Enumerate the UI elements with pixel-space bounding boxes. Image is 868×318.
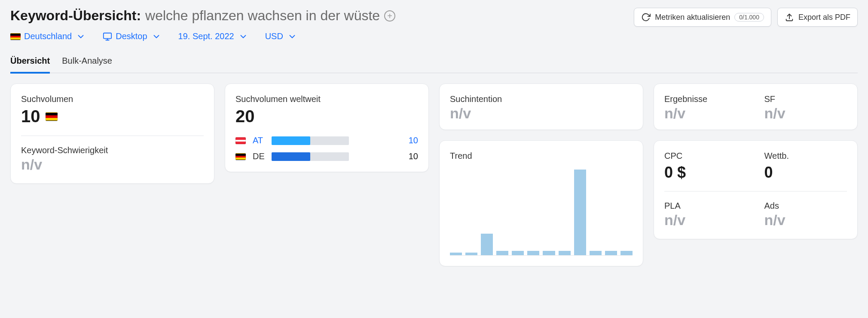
export-pdf-label: Export als PDF (798, 13, 850, 22)
card-trend: Trend (439, 140, 643, 266)
competition-value: 0 (764, 164, 773, 182)
global-volume-title: Suchvolumen weltweit (235, 94, 418, 104)
trend-chart (450, 170, 633, 256)
upload-icon (785, 12, 794, 22)
device-filter-label: Desktop (116, 31, 147, 41)
export-pdf-button[interactable]: Export als PDF (777, 8, 858, 27)
trend-bar-1 (465, 253, 477, 255)
keyword-difficulty-title: Keyword-Schwierigkeit (21, 145, 204, 155)
card-global-volume: Suchvolumen weltweit 20 AT10DE10 (225, 83, 429, 172)
country-filter-label: Deutschland (24, 31, 72, 41)
trend-bar-5 (527, 251, 539, 255)
currency-filter[interactable]: USD (265, 31, 297, 41)
trend-title: Trend (450, 151, 633, 161)
trend-bar-8 (574, 170, 586, 255)
search-volume-title: Suchvolumen (21, 94, 204, 104)
germany-flag-icon (10, 33, 21, 40)
trend-bar-4 (512, 251, 524, 255)
germany-flag-icon (46, 112, 58, 121)
trend-bar-11 (620, 251, 633, 255)
page-title-keyword: welche pflanzen wachsen in der wüste (145, 8, 380, 24)
trend-bar-3 (496, 251, 508, 255)
keyword-difficulty-value: n/v (21, 156, 204, 173)
at-flag-icon (235, 137, 246, 144)
volume-value-at: 10 (409, 136, 418, 145)
refresh-quota-badge: 0/1.000 (734, 13, 764, 22)
trend-bar-7 (559, 251, 571, 255)
country-code-de: DE (253, 151, 265, 161)
search-intent-title: Suchintention (450, 94, 633, 104)
trend-bar-6 (543, 251, 555, 255)
volume-bar-at (272, 136, 349, 145)
page-title-label: Keyword-Übersicht: (10, 8, 141, 24)
country-filter[interactable]: Deutschland (10, 31, 86, 41)
de-flag-icon (235, 153, 246, 160)
chevron-down-icon (287, 32, 297, 41)
results-value: n/v (664, 105, 747, 122)
search-intent-value: n/v (450, 105, 633, 122)
results-title: Ergebnisse (664, 94, 747, 104)
volume-bar-de (272, 152, 349, 161)
global-volume-value: 20 (235, 107, 255, 126)
card-results-sf: Ergebnisse n/v SF n/v (654, 83, 858, 130)
svg-rect-0 (104, 33, 111, 38)
refresh-icon (641, 12, 651, 22)
chevron-down-icon (238, 32, 248, 41)
date-filter-label: 19. Sept. 2022 (178, 31, 234, 41)
trend-bar-9 (590, 251, 602, 255)
trend-bar-2 (481, 234, 493, 255)
add-keyword-icon[interactable]: + (384, 10, 395, 22)
country-code-at[interactable]: AT (253, 136, 265, 145)
competition-title: Wettb. (764, 151, 847, 161)
refresh-metrics-button[interactable]: Metriken aktualisieren 0/1.000 (634, 8, 771, 27)
pla-value: n/v (664, 212, 747, 228)
monitor-icon (103, 32, 112, 41)
volume-value-de: 10 (409, 151, 418, 161)
tab-overview[interactable]: Übersicht (10, 52, 50, 74)
cpc-value: 0 $ (664, 164, 686, 182)
search-volume-value: 10 (21, 107, 40, 126)
trend-bar-0 (450, 253, 462, 255)
pla-title: PLA (664, 201, 747, 211)
chevron-down-icon (152, 32, 161, 41)
sf-title: SF (764, 94, 847, 104)
ads-value: n/v (764, 212, 847, 228)
currency-filter-label: USD (265, 31, 283, 41)
ads-title: Ads (764, 201, 847, 211)
device-filter[interactable]: Desktop (103, 31, 161, 41)
chevron-down-icon (76, 32, 86, 41)
card-search-volume: Suchvolumen 10 Keyword-Schwierigkeit n/v (10, 83, 214, 184)
card-search-intent: Suchintention n/v (439, 83, 643, 130)
refresh-metrics-label: Metriken aktualisieren (655, 13, 730, 22)
trend-bar-10 (605, 251, 617, 255)
tab-bulk-analysis[interactable]: Bulk-Analyse (62, 52, 112, 73)
cpc-title: CPC (664, 151, 747, 161)
card-commercial: CPC 0 $ Wettb. 0 PLA n/v Ads (654, 140, 858, 239)
date-filter[interactable]: 19. Sept. 2022 (178, 31, 248, 41)
sf-value: n/v (764, 105, 847, 122)
